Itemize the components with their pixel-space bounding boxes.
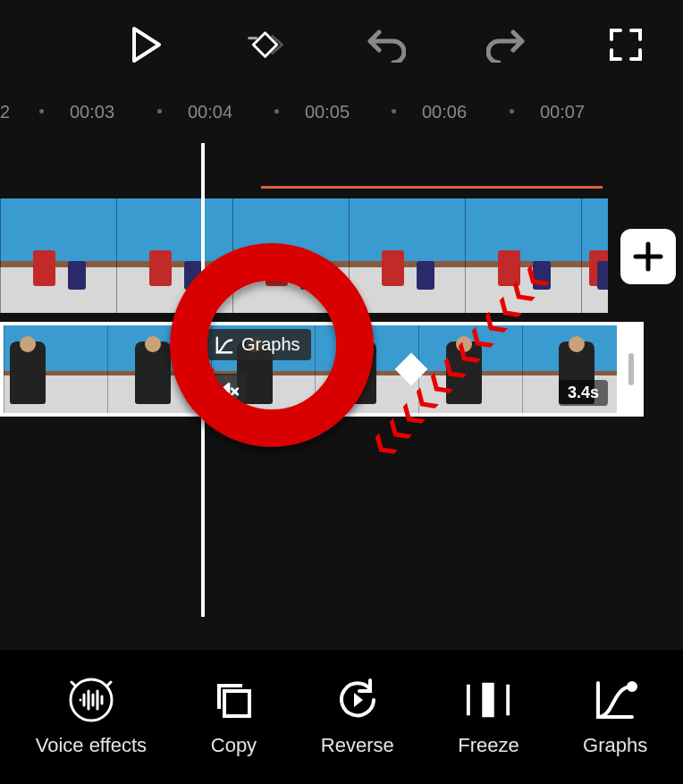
timeline[interactable]: 3.4s Graphs [0, 134, 683, 653]
keyframe-icon [247, 25, 286, 64]
svg-point-16 [628, 683, 636, 690]
add-clip-button[interactable] [620, 229, 676, 284]
ruler-dot [274, 109, 279, 114]
action-reverse[interactable]: Reverse [321, 677, 394, 757]
ruler-dot [392, 109, 396, 114]
play-button[interactable] [127, 25, 166, 64]
play-icon [131, 27, 162, 63]
clip-thumbnail[interactable] [581, 198, 608, 313]
ruler-tick: 00:03 [70, 102, 114, 122]
ruler-dot [39, 109, 44, 114]
action-bar: Voice effects Copy Reverse [0, 650, 683, 784]
undo-icon [367, 27, 406, 63]
redo-button[interactable] [486, 25, 526, 64]
video-track-primary[interactable] [0, 198, 608, 313]
clip-thumbnail[interactable] [349, 198, 465, 313]
muted-indicator[interactable] [210, 374, 246, 409]
svg-rect-12 [224, 691, 249, 716]
graphs-tooltip-label: Graphs [241, 334, 300, 355]
copy-icon [212, 679, 255, 721]
player-toolbar [0, 0, 683, 89]
volume-mute-icon [216, 380, 240, 403]
voice-effects-icon [68, 677, 114, 723]
freeze-icon [465, 680, 511, 720]
clip-thumbnail[interactable] [465, 198, 581, 313]
ruler-dot [510, 109, 514, 114]
clip-trim-handle[interactable] [622, 325, 640, 413]
clip-thumbnail [4, 325, 107, 413]
action-graphs[interactable]: Graphs [583, 677, 647, 757]
ruler-tick: 2 [0, 102, 10, 122]
action-label: Reverse [321, 734, 394, 757]
ruler-dot [157, 109, 162, 114]
action-label: Voice effects [36, 734, 147, 757]
clip-thumbnail [418, 325, 522, 413]
graph-icon [215, 335, 234, 355]
fullscreen-button[interactable] [606, 25, 645, 64]
svg-rect-13 [485, 685, 493, 716]
action-voice-effects[interactable]: Voice effects [36, 677, 147, 757]
ruler-tick: 00:06 [422, 102, 467, 122]
redo-icon [486, 27, 526, 63]
clip-duration-badge: 3.4s [559, 380, 608, 406]
playhead[interactable] [201, 143, 205, 617]
clip-thumbnail[interactable] [232, 198, 349, 313]
clip-thumbnail[interactable] [0, 198, 116, 313]
clip-thumbnail[interactable] [116, 198, 232, 313]
undo-button[interactable] [367, 25, 406, 64]
ruler-tick: 00:04 [188, 102, 232, 122]
plus-icon [632, 240, 664, 273]
action-label: Graphs [583, 734, 647, 757]
ruler-tick: 00:05 [305, 102, 350, 122]
graphs-tooltip[interactable]: Graphs [207, 329, 311, 360]
keyframe-button[interactable] [247, 25, 286, 64]
action-label: Copy [211, 734, 257, 757]
svg-point-5 [71, 679, 112, 721]
graphs-icon [593, 678, 637, 722]
time-ruler[interactable]: 2 00:03 00:04 00:05 00:06 00:07 [0, 98, 683, 125]
effect-range-bar[interactable] [261, 186, 603, 189]
selected-clip[interactable]: 3.4s [0, 322, 644, 417]
reverse-icon [334, 677, 381, 723]
expand-icon [608, 27, 644, 63]
ruler-tick: 00:07 [540, 102, 585, 122]
action-freeze[interactable]: Freeze [458, 677, 519, 757]
action-copy[interactable]: Copy [210, 677, 257, 757]
action-label: Freeze [458, 734, 519, 757]
